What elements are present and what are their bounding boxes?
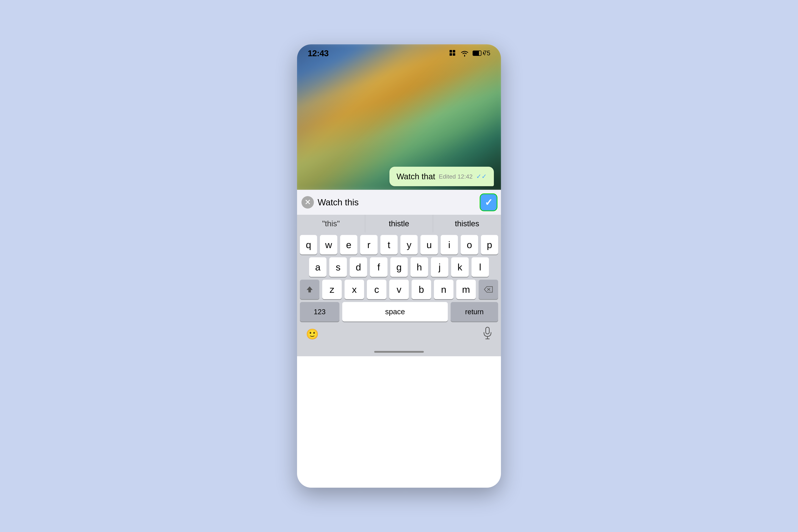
battery-level: 75 [483, 50, 490, 57]
status-bar: 12:43 75 [297, 44, 501, 62]
key-m[interactable]: m [456, 280, 476, 299]
status-icons: 75 [449, 49, 490, 57]
bubble-text: Watch that [397, 172, 435, 181]
chat-image-area: Watch that Edited 12:42 ✓✓ [297, 44, 501, 190]
predictive-label-2: thistles [455, 219, 479, 228]
key-row-4: 123 space return [300, 302, 498, 322]
predictive-item-1[interactable]: thistle [365, 215, 433, 232]
key-c[interactable]: c [367, 280, 386, 299]
key-d[interactable]: d [350, 257, 367, 277]
key-f[interactable]: f [370, 257, 387, 277]
key-r[interactable]: r [360, 235, 377, 254]
key-y[interactable]: y [400, 235, 418, 254]
key-p[interactable]: p [481, 235, 498, 254]
shift-key[interactable] [300, 280, 319, 299]
numbers-key[interactable]: 123 [300, 302, 339, 322]
key-s[interactable]: s [329, 257, 347, 277]
svg-rect-4 [486, 327, 489, 334]
predictive-bar: "this" thistle thistles [297, 215, 501, 232]
key-a[interactable]: a [309, 257, 326, 277]
edit-bar: ✕ ✓ [297, 190, 501, 215]
grid-icon [449, 49, 457, 57]
key-k[interactable]: k [451, 257, 469, 277]
predictive-label-0: "this" [322, 219, 340, 228]
clear-x-icon: ✕ [304, 198, 311, 206]
svg-rect-0 [450, 50, 452, 53]
key-g[interactable]: g [390, 257, 408, 277]
clear-button[interactable]: ✕ [301, 195, 315, 209]
home-indicator [297, 347, 501, 356]
key-z[interactable]: z [322, 280, 342, 299]
key-row-2: a s d f g h j k l [300, 257, 498, 277]
key-h[interactable]: h [411, 257, 428, 277]
phone-frame: 12:43 75 [297, 44, 501, 488]
svg-rect-3 [453, 53, 455, 56]
battery-icon: 75 [473, 50, 490, 57]
status-time: 12:43 [308, 49, 329, 58]
confirm-button[interactable]: ✓ [480, 193, 497, 211]
key-w[interactable]: w [320, 235, 337, 254]
key-l[interactable]: l [472, 257, 489, 277]
return-key[interactable]: return [451, 302, 498, 322]
keyboard: q w e r t y u i o p a s d f g h j k l [297, 232, 501, 324]
mic-icon[interactable] [483, 327, 492, 342]
svg-rect-1 [453, 50, 455, 53]
key-i[interactable]: i [441, 235, 458, 254]
wifi-icon [460, 50, 469, 57]
key-n[interactable]: n [434, 280, 453, 299]
key-e[interactable]: e [340, 235, 357, 254]
clear-icon: ✕ [302, 196, 314, 209]
confirm-check-icon: ✓ [484, 197, 493, 208]
predictive-item-0[interactable]: "this" [297, 215, 365, 232]
key-q[interactable]: q [300, 235, 317, 254]
svg-rect-2 [450, 53, 452, 56]
key-x[interactable]: x [345, 280, 364, 299]
key-row-1: q w e r t y u i o p [300, 235, 498, 254]
backspace-key[interactable] [479, 280, 498, 299]
emoji-icon[interactable]: 🙂 [306, 328, 319, 340]
space-key[interactable]: space [342, 302, 448, 322]
bottom-bar: 🙂 [297, 324, 501, 347]
bubble-edited-label: Edited 12:42 [439, 173, 473, 180]
key-t[interactable]: t [380, 235, 398, 254]
key-row-3: z x c v b n m [300, 280, 498, 299]
message-bubble: Watch that Edited 12:42 ✓✓ [390, 167, 494, 186]
predictive-label-1: thistle [389, 219, 409, 228]
key-v[interactable]: v [389, 280, 409, 299]
key-b[interactable]: b [412, 280, 431, 299]
key-o[interactable]: o [461, 235, 478, 254]
key-u[interactable]: u [420, 235, 438, 254]
edit-input[interactable] [318, 194, 477, 210]
message-area: Watch that Edited 12:42 ✓✓ [390, 167, 494, 186]
bubble-check-icon: ✓✓ [476, 173, 487, 180]
key-j[interactable]: j [431, 257, 448, 277]
home-bar [374, 351, 424, 353]
predictive-item-2[interactable]: thistles [433, 215, 501, 232]
